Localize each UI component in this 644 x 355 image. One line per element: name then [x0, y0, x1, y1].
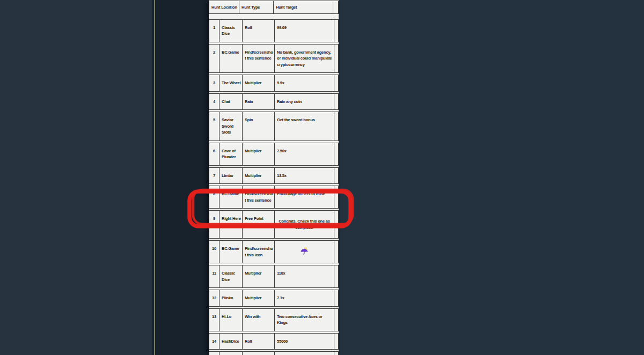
- hunt-location-cell: BC.Game: [219, 241, 243, 263]
- hunt-location-cell: Classic Dice: [219, 265, 243, 287]
- row-number-cell: 11: [209, 265, 219, 287]
- hunt-location-cell: Chat: [219, 94, 243, 110]
- row-number-cell: 14: [209, 334, 219, 350]
- left-background-panel: [0, 0, 152, 355]
- spacer-cell: [334, 143, 338, 165]
- hunt-type-cell: Find/screenshot this icon: [243, 241, 275, 263]
- hunt-target-cell: 9.9x: [275, 75, 334, 91]
- table-row: 2 BC.Game Find/screenshot this sentence …: [209, 44, 339, 73]
- hunt-type-cell: Multiplier: [243, 352, 275, 355]
- row-number-cell: 10: [209, 241, 219, 263]
- spacer-cell: [334, 20, 338, 42]
- table-row: 10 BC.Game Find/screenshot this icon: [209, 240, 339, 263]
- hunt-target-cell: Get the sword bonus: [275, 112, 334, 140]
- table-row: 12 Plinko Multiplier 7.1x: [209, 290, 339, 307]
- row-number-cell: 15: [209, 352, 219, 355]
- hunt-location-cell: Hi-Lo: [219, 309, 243, 331]
- table-row: 13 Hi-Lo Win with Two consecutive Aces o…: [209, 308, 339, 331]
- hunt-type-cell: Find/screenshot this sentence: [243, 45, 275, 73]
- spacer-cell: [334, 75, 338, 91]
- umbrella-icon: [300, 247, 309, 255]
- spacer-cell: [334, 112, 338, 140]
- document-gutter: [155, 0, 209, 355]
- row-number-cell: 7: [209, 168, 219, 184]
- hunt-target-cell: No bank, government agency, or individua…: [275, 45, 334, 73]
- hunt-target-cell: Two consecutive Aces or Kings: [275, 309, 334, 331]
- row-number-cell: 3: [209, 75, 219, 91]
- spacer-cell: [334, 45, 338, 73]
- spacer-cell: [334, 290, 338, 306]
- table-row: 1 Classic Dice Roll 99.09: [209, 19, 339, 42]
- spacer-cell: [334, 334, 338, 350]
- hunt-target-cell: 110x: [275, 265, 334, 287]
- hunt-type-cell: Rain: [243, 94, 275, 110]
- hunt-location-cell: The Wheel: [219, 75, 243, 91]
- hunt-location-cell: Savior Sword Slots: [219, 112, 243, 140]
- table-row: 3 The Wheel Multiplier 9.9x: [209, 75, 339, 92]
- hunt-location-cell: Classic Dice: [219, 20, 243, 42]
- hunt-location-cell: BC.Game: [219, 45, 243, 73]
- row-number-cell: 5: [209, 112, 219, 140]
- hunt-target-cell: 7.50x: [275, 143, 334, 165]
- hunt-target-cell: 13.5x: [275, 168, 334, 184]
- hunt-target-cell: 99.09: [275, 20, 334, 42]
- row-number-cell: 13: [209, 309, 219, 331]
- hunt-target-cell: [275, 241, 334, 263]
- hunt-target-cell: 30x: [275, 352, 334, 355]
- table-header-row: Hunt Location Hunt Type Hunt Target: [209, 1, 339, 14]
- table-row: 4 Chat Rain Rain any coin: [209, 93, 339, 110]
- table-row: 14 HashDice Roll 55000: [209, 333, 339, 350]
- hunt-type-cell: Multiplier: [243, 168, 275, 184]
- hunt-location-cell: HashDice: [219, 352, 243, 355]
- row-number-cell: 12: [209, 290, 219, 306]
- hunt-location-cell: HashDice: [219, 334, 243, 350]
- table-row: 11 Classic Dice Multiplier 110x: [209, 265, 339, 288]
- spacer-cell: [334, 168, 338, 184]
- header-hunt-target: Hunt Target: [274, 1, 333, 13]
- spacer-cell: [334, 309, 338, 331]
- table-row: 7 Limbo Multiplier 13.5x: [209, 167, 339, 184]
- hunt-type-cell: Roll: [243, 20, 275, 42]
- spacer-cell: [334, 352, 338, 355]
- hunt-target-cell: 7.1x: [275, 290, 334, 306]
- spacer-cell: [334, 241, 338, 263]
- hunt-target-cell: Rain any coin: [275, 94, 334, 110]
- hunt-type-cell: Multiplier: [243, 265, 275, 287]
- hunt-location-cell: Limbo: [219, 168, 243, 184]
- row-number-cell: 2: [209, 45, 219, 73]
- hunt-target-cell: 55000: [275, 334, 334, 350]
- hunt-type-cell: Spin: [243, 112, 275, 140]
- row-number-cell: 1: [209, 20, 219, 42]
- hunt-location-cell: Plinko: [219, 290, 243, 306]
- hunt-type-cell: Multiplier: [243, 290, 275, 306]
- table-row: 15 HashDice Multiplier 30x: [209, 351, 339, 355]
- hunt-type-cell: Multiplier: [243, 143, 275, 165]
- highlight-annotation: [186, 187, 356, 231]
- spacer-cell: [334, 94, 338, 110]
- document-page: Hunt Location Hunt Type Hunt Target 1 Cl…: [209, 0, 339, 355]
- spacer-cell: [334, 265, 338, 287]
- hunt-location-cell: Cave of Plunder: [219, 143, 243, 165]
- table-row: 6 Cave of Plunder Multiplier 7.50x: [209, 143, 339, 166]
- hunt-type-cell: Win with: [243, 309, 275, 331]
- table-row: 5 Savior Sword Slots Spin Get the sword …: [209, 112, 339, 141]
- header-hunt-type: Hunt Type: [239, 1, 274, 13]
- row-number-cell: 4: [209, 94, 219, 110]
- header-hunt-location: Hunt Location: [209, 1, 239, 13]
- header-spacer-cell: [333, 1, 338, 13]
- hunt-type-cell: Multiplier: [243, 75, 275, 91]
- row-number-cell: 6: [209, 143, 219, 165]
- hunt-type-cell: Roll: [243, 334, 275, 350]
